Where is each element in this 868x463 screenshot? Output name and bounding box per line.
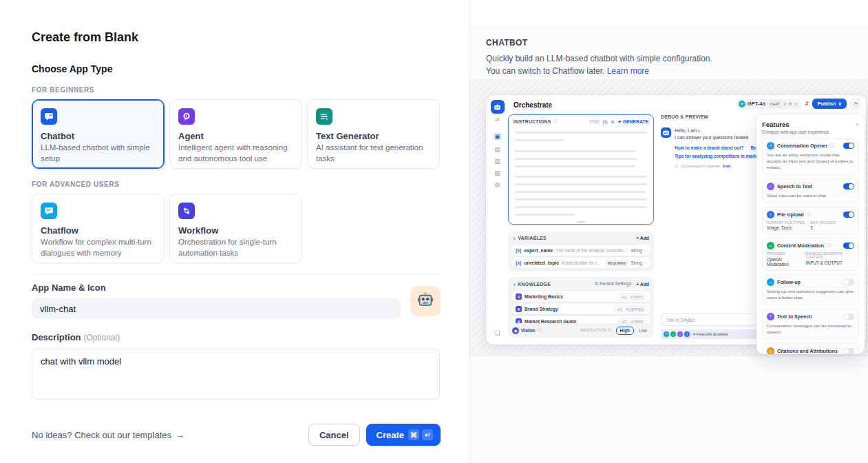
for-advanced-users-label: FOR ADVANCED USERS	[32, 181, 441, 188]
app-type-card-workflow[interactable]: Workflow Orchestration for single-turn a…	[169, 194, 302, 263]
publish-label: Publish	[817, 101, 836, 107]
publish-button: Publish ∨	[812, 99, 847, 109]
knowledge-section: ∨ KNOWLEDGE ⇅ Rerank Settings + Add ≣ Ma…	[508, 277, 654, 330]
instructions-label: INSTRUCTIONS	[514, 119, 551, 124]
vision-section: ◉ Vision ⓘ RESOLUTION ⓘ High Low	[508, 323, 654, 338]
app-type-card-chatbot[interactable]: Chatbot LLM-based chatbot with simple se…	[32, 99, 165, 169]
card-desc: Workflow for complex multi-turn dialogue…	[41, 237, 156, 258]
app-icon-picker-button[interactable]	[410, 286, 441, 316]
follow-up-icon: ⋯	[767, 278, 774, 286]
knowledge-label: KNOWLEDGE	[518, 282, 551, 287]
description-textarea[interactable]: chat with vllm model	[32, 349, 440, 400]
suggested-question: How to make a brand stand out?	[675, 145, 743, 150]
copy-icon: ⧉	[611, 119, 615, 125]
kv-key: SUPPORT FILE TYPES	[767, 221, 805, 225]
cancel-button[interactable]: Cancel	[308, 424, 360, 446]
bot-greeting: Hello, I am L. I can answer your questio…	[675, 127, 761, 141]
description-section: Description(Optional) chat with vllm mod…	[32, 331, 441, 402]
instructions-skeleton-text	[509, 127, 653, 216]
app-name-input[interactable]	[32, 298, 401, 319]
card-title: Agent	[178, 131, 293, 141]
robot-emoji-icon	[416, 290, 435, 311]
info-icon: ⓘ	[830, 143, 834, 149]
feature-desc: Setting up next questions suggestion can…	[767, 289, 854, 301]
token-count: 2182	[589, 119, 599, 124]
toggle-on	[843, 243, 854, 249]
card-title: Chatbot	[41, 131, 156, 141]
templates-link-label: No ideas? Check out our templates	[32, 430, 171, 440]
templates-link[interactable]: No ideas? Check out our templates →	[32, 430, 184, 440]
preview-page-title: Orchestrate	[514, 101, 552, 109]
features-subtitle: Enhance web-app user experience	[762, 130, 859, 134]
variable-type: String	[631, 248, 642, 253]
instructions-panel: INSTRUCTIONS ⓘ 2182 {x} ⧉ ✦ GENERATE	[508, 114, 654, 225]
feature-name: File Upload	[777, 212, 804, 218]
toggle-off	[843, 313, 854, 320]
opener-feature-dot-icon: ❝	[664, 331, 669, 337]
preview-app-robot-icon	[491, 100, 505, 114]
rerank-label: Rerank Settings	[600, 281, 631, 286]
model-logo-icon: ✳	[739, 101, 745, 107]
info-icon: ⓘ	[553, 119, 558, 125]
orchestrate-nav-icon: ▣	[492, 132, 502, 141]
toggle-on	[843, 143, 854, 149]
retrieval-mode-badge: HQ · INVERTED	[614, 306, 646, 312]
features-title: Features	[762, 121, 790, 128]
vision-label: Vision	[521, 328, 535, 333]
info-icon: ⓘ	[537, 327, 541, 333]
close-icon: ×	[856, 121, 859, 127]
for-beginners-label: FOR BEGINNERS	[32, 86, 441, 94]
chatflow-icon	[41, 203, 57, 219]
text-generator-icon	[316, 108, 332, 125]
string-type-icon: ▫	[645, 261, 646, 265]
debug-preview-header: DEBUG & PREVIEW	[661, 114, 757, 119]
app-type-card-chatflow[interactable]: Chatflow Workflow for complex multi-turn…	[32, 194, 165, 263]
card-title: Text Generator	[316, 131, 431, 141]
kv-key: PROVIDER	[767, 252, 801, 256]
resize-handle	[577, 221, 585, 223]
right-panel-top-strip	[469, 0, 868, 28]
feature-desc: Voice input can be used in chat.	[767, 193, 854, 199]
variable-braces-icon: {x}	[516, 248, 521, 253]
vision-icon: ◉	[512, 327, 519, 334]
chevron-down-icon: ∨	[838, 101, 843, 107]
cmd-key-icon: ⌘	[408, 429, 419, 440]
feature-desc: You are an entity extraction model that …	[767, 152, 854, 171]
app-type-card-text-generator[interactable]: Text Generator AI assistant for text gen…	[307, 99, 440, 169]
info-icon: ⓘ	[807, 212, 811, 218]
model-name: GPT-4o	[748, 101, 765, 107]
variable-name: unrelated_topic	[524, 260, 559, 265]
create-button-label: Create	[377, 430, 404, 440]
card-title: Workflow	[178, 225, 293, 236]
chat-input-preview: Talk to DifyBot	[661, 313, 758, 326]
arrow-right-icon: →	[176, 430, 184, 440]
temperature-icon: ♯	[784, 101, 786, 106]
app-type-card-agent[interactable]: Agent Intelligent agent with reasoning a…	[169, 99, 302, 169]
add-knowledge-button: + Add	[636, 282, 649, 287]
resolution-low-option: Low	[636, 327, 650, 334]
preview-sidebar-menu: ▣ ▤ ▥ ▧ ◍	[492, 132, 502, 188]
app-type-description-text: Quickly build an LLM-based chatbot with …	[486, 54, 712, 76]
workflow-icon	[178, 203, 195, 219]
knowledge-row: ≣ Brand Strategy HQ · INVERTED	[511, 304, 650, 314]
suggested-question: Tips for analyzing competitors in market	[675, 154, 761, 158]
generate-label: GENERATE	[623, 119, 648, 124]
kv-key: MAX UPLOADS	[810, 221, 836, 225]
create-button[interactable]: Create ⌘ ↵	[366, 424, 441, 446]
agent-icon	[178, 108, 195, 125]
feature-name: Conversation Opener	[777, 143, 827, 149]
modal-footer: No ideas? Check out our templates → Canc…	[32, 424, 441, 446]
file-upload-icon: ⇧	[767, 211, 774, 218]
required-badge: REQUIRED	[606, 260, 628, 266]
moderation-feature-dot-icon: ✓	[670, 331, 676, 337]
feature-name: Text to Speech	[777, 313, 812, 320]
preview-sidebar: ⇄ ▣ ▤ ▥ ▧ ◍ ❏	[486, 95, 509, 344]
feature-name: Follow-up	[777, 279, 801, 285]
model-selector-chip: ✳ GPT-4o CHAT ♯ ⚙ ∨	[735, 99, 801, 109]
card-title: Chatflow	[41, 225, 156, 236]
add-variable-button: + Add	[636, 236, 649, 240]
learn-more-link[interactable]: Learn more	[607, 66, 649, 76]
switch-app-icon: ⇄	[495, 116, 500, 123]
history-icon: ◷	[850, 99, 860, 109]
page-title: Create from Blank	[32, 30, 441, 45]
